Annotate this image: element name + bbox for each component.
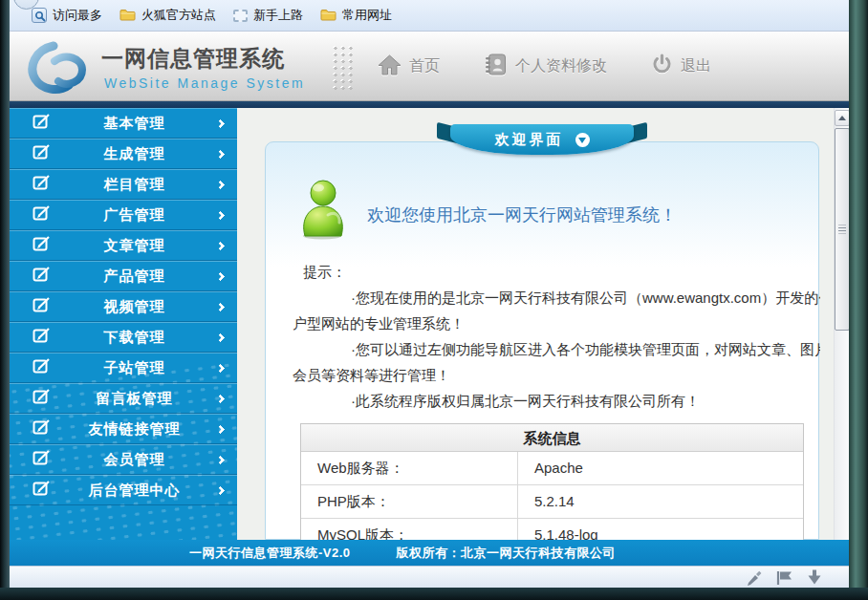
- home-icon: [378, 54, 401, 79]
- folder-icon: [119, 8, 136, 24]
- tip-text: 会员等资料等进行管理！: [291, 362, 820, 388]
- sidebar-item-label: 文章管理: [52, 237, 217, 255]
- system-info-table: 系统信息 Web服务器： Apache PHP版本： 5.2.14 MySQL版…: [300, 423, 804, 540]
- chevron-right-icon: [216, 455, 226, 464]
- table-cell-value: Apache: [518, 452, 583, 484]
- chevron-right-icon: [216, 363, 226, 373]
- bookmark-label: 新手上路: [253, 7, 303, 24]
- sidebar-item-links-mgmt[interactable]: 友情链接管理: [10, 414, 237, 444]
- sidebar-item-label: 友情链接管理: [52, 420, 217, 439]
- edit-pencil-icon: [33, 419, 52, 439]
- header-dot-decoration: [331, 44, 356, 92]
- scrollbar-up-button[interactable]: [835, 110, 850, 126]
- download-arrow-icon[interactable]: [807, 568, 822, 586]
- chevron-right-icon: [216, 271, 226, 281]
- nav-logout[interactable]: 退出: [651, 54, 711, 79]
- table-row: MySQL版本： 5.1.48-log: [301, 519, 803, 540]
- tip-text: ·您可以通过左侧功能导航区进入各个功能模块管理页面，对网站文章、图片、视: [291, 336, 820, 362]
- welcome-banner: 欢迎界面: [435, 123, 649, 159]
- chevron-right-icon: [216, 180, 226, 189]
- nav-label: 退出: [681, 56, 711, 76]
- main-content: 欢迎界面 欢迎您使用北京一网天行网站管理系统！: [237, 108, 834, 540]
- chevron-right-icon: [216, 241, 226, 250]
- tip-text: ·您现在使用的是北京一网天行科技有限公司（www.ewangtx.com）开发的…: [291, 285, 820, 311]
- edit-pencil-icon: [33, 358, 52, 378]
- tips-block: 提示： ·您现在使用的是北京一网天行科技有限公司（www.ewangtx.com…: [291, 259, 820, 414]
- sidebar-item-label: 子站管理: [52, 359, 217, 377]
- table-title: 系统信息: [301, 424, 803, 452]
- app-subtitle: WebSite Manage System: [104, 75, 305, 91]
- sidebar-item-video-mgmt[interactable]: 视频管理: [10, 291, 237, 322]
- chevron-right-icon: [216, 210, 226, 220]
- welcome-heading: 欢迎您使用北京一网天行网站管理系统！: [367, 204, 677, 226]
- sidebar-item-label: 视频管理: [52, 298, 217, 316]
- sidebar-item-subsite-mgmt[interactable]: 子站管理: [10, 353, 237, 383]
- sidebar-menu: 基本管理 生成管理 栏目管理 广告管理 文章管理 产品管理: [10, 108, 237, 540]
- bookmark-most-visited[interactable]: 访问最多: [23, 4, 111, 27]
- table-row: PHP版本： 5.2.14: [301, 485, 803, 519]
- dashed-folder-icon: [233, 10, 248, 22]
- footer-copyright: 版权所有：北京一网天行科技有限公司: [397, 545, 617, 562]
- page-footer: 一网天行信息管理系统-V2.0 版权所有：北京一网天行科技有限公司: [10, 540, 849, 566]
- sidebar-item-ad-mgmt[interactable]: 广告管理: [10, 200, 237, 230]
- table-cell-key: Web服务器：: [301, 452, 518, 484]
- tip-text: ·此系统程序版权归属北京一网天行科技有限公司所有！: [291, 388, 820, 414]
- edit-pencil-icon: [33, 175, 52, 195]
- bookmarks-bar: 访问最多 火狐官方站点 新手上路 常用网址: [10, 0, 849, 32]
- sidebar-item-product-mgmt[interactable]: 产品管理: [10, 261, 237, 291]
- chevron-right-icon: [216, 394, 226, 403]
- vertical-scrollbar[interactable]: [834, 108, 849, 540]
- sidebar-item-label: 广告管理: [52, 206, 217, 225]
- collapse-down-icon[interactable]: [575, 133, 590, 147]
- sidebar-item-article-mgmt[interactable]: 文章管理: [10, 230, 237, 261]
- sidebar-item-guestbook-mgmt[interactable]: 留言板管理: [10, 383, 237, 414]
- edit-pencil-icon: [33, 450, 52, 470]
- chevron-right-icon: [216, 332, 226, 342]
- edit-pencil-icon: [33, 481, 52, 501]
- table-cell-value: 5.1.48-log: [518, 519, 598, 540]
- header-divider: [10, 101, 849, 108]
- bookmark-label: 火狐官方站点: [141, 7, 216, 24]
- app-logo-icon: [25, 39, 96, 98]
- table-row: Web服务器： Apache: [301, 452, 803, 485]
- browser-addon-bar: [10, 566, 849, 588]
- sidebar-item-label: 产品管理: [52, 268, 217, 286]
- edit-pencil-icon: [33, 144, 52, 164]
- edit-pencil-icon: [33, 114, 52, 134]
- flag-icon[interactable]: [775, 569, 794, 586]
- scrollbar-thumb[interactable]: [835, 128, 850, 331]
- nav-home[interactable]: 首页: [378, 54, 440, 79]
- chevron-right-icon: [216, 424, 226, 434]
- bookmark-label: 访问最多: [53, 7, 102, 24]
- bookmark-getting-started[interactable]: 新手上路: [225, 4, 312, 27]
- sidebar-item-admin-center[interactable]: 后台管理中心: [10, 475, 237, 505]
- sidebar-item-label: 会员管理: [52, 451, 217, 469]
- browser-window: 访问最多 火狐官方站点 新手上路 常用网址: [0, 0, 868, 600]
- sidebar-item-label: 下载管理: [52, 329, 217, 347]
- sidebar-item-column-mgmt[interactable]: 栏目管理: [10, 169, 237, 200]
- banner-title: 欢迎界面: [495, 131, 564, 149]
- sidebar-item-generate-mgmt[interactable]: 生成管理: [10, 139, 237, 169]
- folder-icon: [320, 8, 336, 24]
- bookmark-firefox-official[interactable]: 火狐官方站点: [111, 4, 225, 27]
- header-nav: 首页 个人资料修改: [378, 32, 711, 100]
- power-icon: [651, 54, 673, 79]
- chevron-right-icon: [216, 302, 226, 311]
- search-bookmark-icon: [32, 8, 47, 23]
- app-title: 一网信息管理系统: [101, 44, 285, 74]
- sidebar-item-label: 后台管理中心: [52, 482, 217, 500]
- brush-icon[interactable]: [746, 568, 763, 586]
- chevron-right-icon: [216, 149, 226, 159]
- sidebar-item-label: 基本管理: [52, 115, 217, 133]
- chevron-right-icon: [216, 118, 226, 128]
- sidebar-item-member-mgmt[interactable]: 会员管理: [10, 444, 237, 475]
- edit-pencil-icon: [33, 205, 52, 225]
- tip-text: 户型网站的专业管理系统！: [291, 311, 820, 336]
- sidebar-item-download-mgmt[interactable]: 下载管理: [10, 322, 237, 353]
- bookmark-common-sites[interactable]: 常用网址: [312, 4, 401, 27]
- edit-pencil-icon: [33, 236, 52, 256]
- edit-pencil-icon: [33, 297, 52, 317]
- chevron-right-icon: [216, 485, 226, 495]
- sidebar-item-basic-mgmt[interactable]: 基本管理: [10, 108, 237, 139]
- nav-profile-edit[interactable]: 个人资料修改: [484, 53, 607, 80]
